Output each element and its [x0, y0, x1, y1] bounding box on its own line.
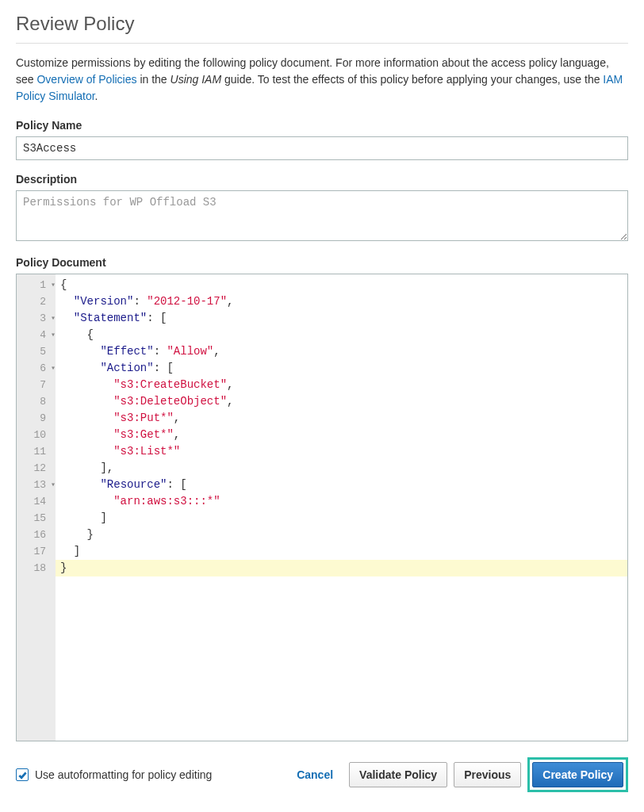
create-policy-highlight: Create Policy — [527, 757, 628, 792]
description-input[interactable]: Permissions for WP Offload S3 — [16, 190, 628, 241]
code-line[interactable]: "Effect": "Allow", — [56, 343, 627, 360]
code-line[interactable]: "Action": [ — [56, 360, 627, 377]
line-number: 15 — [17, 510, 56, 527]
intro-seg-3: guide. To test the effects of this polic… — [224, 73, 603, 86]
line-number: 6 — [17, 360, 56, 377]
description-label: Description — [16, 173, 628, 186]
line-number: 12 — [17, 460, 56, 477]
code-line[interactable]: ], — [56, 460, 627, 477]
intro-italic: Using IAM — [171, 73, 222, 86]
code-line[interactable]: "s3:Get*", — [56, 427, 627, 443]
previous-button[interactable]: Previous — [454, 762, 521, 787]
line-number: 16 — [17, 527, 56, 543]
line-number: 9 — [17, 410, 56, 427]
editor-code-area[interactable]: { "Version": "2012-10-17", "Statement": … — [56, 274, 627, 741]
code-line[interactable]: "s3:CreateBucket", — [56, 377, 627, 393]
code-line[interactable]: "Statement": [ — [56, 310, 627, 327]
code-line[interactable]: ] — [56, 543, 627, 560]
line-number: 14 — [17, 493, 56, 510]
policy-name-input[interactable] — [16, 136, 628, 160]
line-number: 7 — [17, 377, 56, 393]
overview-policies-link[interactable]: Overview of Policies — [36, 73, 136, 86]
intro-seg-2: in the — [140, 73, 170, 86]
line-number: 11 — [17, 443, 56, 460]
line-number: 2 — [17, 293, 56, 310]
code-line[interactable]: "arn:aws:s3:::*" — [56, 493, 627, 510]
intro-text: Customize permissions by editing the fol… — [16, 55, 628, 105]
intro-seg-4: . — [95, 90, 98, 102]
cancel-button[interactable]: Cancel — [287, 763, 343, 787]
code-line[interactable]: { — [56, 327, 627, 343]
code-line[interactable]: { — [56, 277, 627, 293]
policy-name-label: Policy Name — [16, 119, 628, 132]
line-number: 17 — [17, 543, 56, 560]
line-number: 1 — [17, 277, 56, 293]
autoformat-checkbox[interactable] — [16, 768, 29, 781]
page-title: Review Policy — [16, 13, 628, 44]
validate-policy-button[interactable]: Validate Policy — [349, 762, 447, 787]
code-line[interactable]: } — [56, 560, 627, 576]
create-policy-button[interactable]: Create Policy — [532, 762, 623, 787]
code-line[interactable]: ] — [56, 510, 627, 527]
line-number: 8 — [17, 393, 56, 410]
line-number: 18 — [17, 560, 56, 576]
code-line[interactable]: "Version": "2012-10-17", — [56, 293, 627, 310]
code-line[interactable]: "Resource": [ — [56, 477, 627, 493]
line-number: 5 — [17, 343, 56, 360]
line-number: 4 — [17, 327, 56, 343]
autoformat-option[interactable]: Use autoformatting for policy editing — [16, 768, 212, 781]
line-number: 3 — [17, 310, 56, 327]
editor-gutter: 123456789101112131415161718 — [17, 274, 56, 741]
line-number: 13 — [17, 477, 56, 493]
check-icon — [18, 771, 27, 779]
code-line[interactable]: "s3:Put*", — [56, 410, 627, 427]
line-number: 10 — [17, 427, 56, 443]
autoformat-label: Use autoformatting for policy editing — [35, 768, 212, 781]
code-line[interactable]: } — [56, 527, 627, 543]
code-line[interactable]: "s3:DeleteObject", — [56, 393, 627, 410]
code-line[interactable]: "s3:List*" — [56, 443, 627, 460]
policy-document-label: Policy Document — [16, 256, 628, 269]
policy-document-editor[interactable]: 123456789101112131415161718 { "Version":… — [16, 274, 628, 741]
